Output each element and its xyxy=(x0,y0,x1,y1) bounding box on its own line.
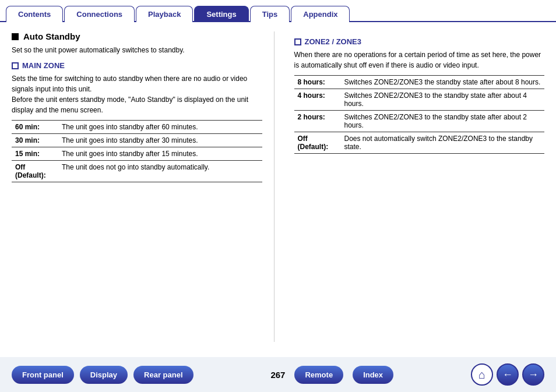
tab-settings[interactable]: Settings xyxy=(194,6,248,22)
home-button[interactable]: ⌂ xyxy=(471,363,493,386)
tab-tips[interactable]: Tips xyxy=(250,6,290,22)
bottom-right: ⌂ ← → xyxy=(471,363,544,386)
zone23-table: 8 hours: Switches ZONE2/ZONE3 the standb… xyxy=(294,75,545,154)
bottom-center: 267 Remote Index xyxy=(270,366,393,384)
auto-standby-desc: Set so the unit power automatically swit… xyxy=(12,45,262,55)
table-key: Off(Default): xyxy=(294,132,341,154)
table-key: 8 hours: xyxy=(294,76,341,89)
back-button[interactable]: ← xyxy=(497,363,519,386)
tab-playback[interactable]: Playback xyxy=(136,6,193,22)
tab-appendix[interactable]: Appendix xyxy=(291,6,350,22)
tab-contents[interactable]: Contents xyxy=(6,6,63,22)
table-key: 2 hours: xyxy=(294,111,341,132)
rear-panel-button[interactable]: Rear panel xyxy=(133,366,193,384)
table-key: Off(Default): xyxy=(12,161,58,182)
front-panel-button[interactable]: Front panel xyxy=(12,366,74,384)
table-value: Switches ZONE2/ZONE3 to the standby stat… xyxy=(341,89,545,111)
main-zone-title: MAIN ZONE xyxy=(12,61,262,70)
table-value: Switches ZONE2/ZONE3 to the standby stat… xyxy=(341,111,545,132)
arrow-right-icon: → xyxy=(528,369,539,381)
page-number: 267 xyxy=(270,370,285,380)
tab-connections[interactable]: Connections xyxy=(64,6,135,22)
table-value: Does not automatically switch ZONE2/ZONE… xyxy=(341,132,545,154)
table-value: The unit does not go into standby automa… xyxy=(58,161,262,182)
table-value: The unit goes into standby after 15 minu… xyxy=(58,147,262,161)
table-value: The unit goes into standby after 60 minu… xyxy=(58,121,262,134)
forward-button[interactable]: → xyxy=(522,363,544,386)
bottom-left: Front panel Display Rear panel xyxy=(12,366,193,384)
display-button[interactable]: Display xyxy=(80,366,128,384)
table-row: Off(Default): The unit does not go into … xyxy=(12,161,262,182)
black-square-icon xyxy=(12,33,19,40)
remote-button[interactable]: Remote xyxy=(294,366,343,384)
top-nav: Contents Connections Playback Settings T… xyxy=(0,0,556,22)
table-row: 15 min: The unit goes into standby after… xyxy=(12,147,262,161)
bottom-bar: Front panel Display Rear panel 267 Remot… xyxy=(0,357,556,392)
table-key: 4 hours: xyxy=(294,89,341,111)
table-row: 60 min: The unit goes into standby after… xyxy=(12,121,262,134)
zone23-title: ZONE2 / ZONE3 xyxy=(294,37,545,46)
table-key: 15 min: xyxy=(12,147,58,161)
table-row: 4 hours: Switches ZONE2/ZONE3 to the sta… xyxy=(294,89,545,111)
checkbox-icon xyxy=(12,62,19,69)
home-icon: ⌂ xyxy=(478,368,485,382)
left-column: Auto Standby Set so the unit power autom… xyxy=(12,31,275,342)
table-key: 60 min: xyxy=(12,121,58,134)
table-row: Off(Default): Does not automatically swi… xyxy=(294,132,545,154)
table-row: 30 min: The unit goes into standby after… xyxy=(12,134,262,147)
table-value: The unit goes into standby after 30 minu… xyxy=(58,134,262,147)
arrow-left-icon: ← xyxy=(502,369,513,381)
checkbox-icon-right xyxy=(294,38,301,45)
right-column: ZONE2 / ZONE3 When there are no operatio… xyxy=(292,31,545,342)
main-zone-table: 60 min: The unit goes into standby after… xyxy=(12,120,262,182)
table-key: 30 min: xyxy=(12,134,58,147)
table-value: Switches ZONE2/ZONE3 the standby state a… xyxy=(341,76,545,89)
index-button[interactable]: Index xyxy=(353,366,393,384)
main-zone-desc: Sets the time for switching to auto stan… xyxy=(12,73,262,115)
main-content: Auto Standby Set so the unit power autom… xyxy=(0,22,556,351)
table-row: 2 hours: Switches ZONE2/ZONE3 to the sta… xyxy=(294,111,545,132)
auto-standby-title: Auto Standby xyxy=(12,31,262,41)
zone23-desc: When there are no operations for a certa… xyxy=(294,50,545,70)
table-row: 8 hours: Switches ZONE2/ZONE3 the standb… xyxy=(294,76,545,89)
